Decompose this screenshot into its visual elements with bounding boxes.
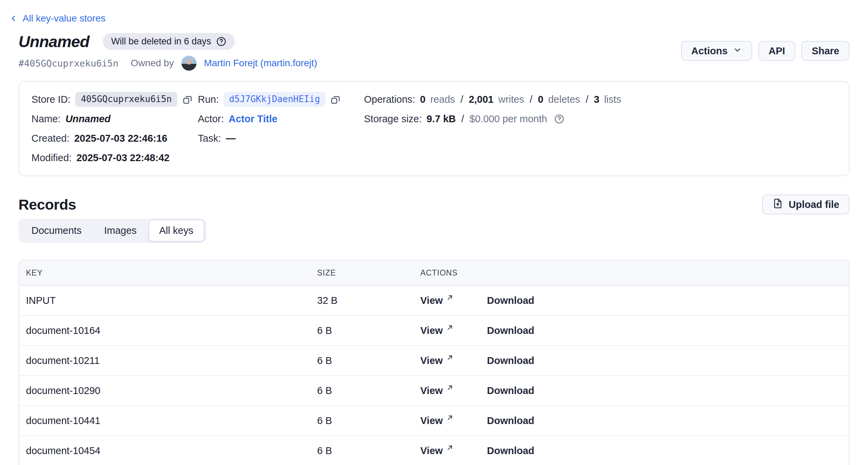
owner-link[interactable]: Martin Forejt (martin.forejt) xyxy=(204,58,317,69)
writes-label: writes xyxy=(498,94,524,105)
view-link[interactable]: View xyxy=(420,355,487,366)
record-key: document-10164 xyxy=(26,325,317,336)
record-key: document-10211 xyxy=(26,355,317,366)
header-buttons: Actions API Share xyxy=(681,41,850,61)
download-label: Download xyxy=(487,355,534,366)
column-header-size: SIZE xyxy=(317,268,420,278)
api-button[interactable]: API xyxy=(758,41,795,61)
view-link[interactable]: View xyxy=(420,415,487,426)
store-id-chip: 405GQcuprxeku6i5n xyxy=(75,92,177,107)
arrow-up-right-icon xyxy=(446,384,453,391)
actor-link[interactable]: Actor Title xyxy=(229,113,277,125)
column-header-actions: ACTIONS xyxy=(420,268,849,278)
download-link[interactable]: Download xyxy=(487,295,849,306)
badge-label: Will be deleted in 6 days xyxy=(111,36,211,47)
modified-value: 2025-07-03 22:48:42 xyxy=(77,152,169,164)
view-link[interactable]: View xyxy=(420,325,487,336)
operations-label: Operations: xyxy=(364,94,415,105)
tab-all-keys[interactable]: All keys xyxy=(148,220,204,242)
arrow-up-right-icon xyxy=(446,354,453,361)
arrow-up-right-icon xyxy=(446,324,453,331)
download-link[interactable]: Download xyxy=(487,355,849,366)
reads-value: 0 xyxy=(420,94,425,105)
view-label: View xyxy=(420,415,443,426)
view-link[interactable]: View xyxy=(420,445,487,456)
record-size: 6 B xyxy=(317,385,420,396)
task-label: Task: xyxy=(198,133,221,144)
api-button-label: API xyxy=(769,45,785,57)
task-value: — xyxy=(226,133,236,144)
actions-button[interactable]: Actions xyxy=(681,41,752,61)
table-row: document-10164 6 B View Download xyxy=(19,316,849,346)
tab-images[interactable]: Images xyxy=(93,221,148,241)
record-size: 6 B xyxy=(317,415,420,426)
created-value: 2025-07-03 22:46:16 xyxy=(74,133,167,144)
modified-label: Modified: xyxy=(31,152,72,164)
download-link[interactable]: Download xyxy=(487,325,849,336)
help-circle-icon[interactable] xyxy=(216,36,227,47)
table-row: document-10211 6 B View Download xyxy=(19,346,849,376)
store-id-label: Store ID: xyxy=(31,94,70,105)
view-label: View xyxy=(420,295,443,306)
download-link[interactable]: Download xyxy=(487,415,849,426)
column-header-key: KEY xyxy=(26,268,317,278)
actions-button-label: Actions xyxy=(691,45,728,57)
download-label: Download xyxy=(487,445,534,456)
view-label: View xyxy=(420,385,443,396)
operations-row: Operations: 0 reads / 2,001 writes / 0 d… xyxy=(364,92,837,107)
table-row: document-10441 6 B View Download xyxy=(19,406,849,436)
record-size: 32 B xyxy=(317,295,420,306)
help-circle-icon[interactable] xyxy=(554,114,565,124)
download-label: Download xyxy=(487,385,534,396)
writes-value: 2,001 xyxy=(469,94,494,105)
run-label: Run: xyxy=(198,94,219,105)
download-link[interactable]: Download xyxy=(487,445,849,456)
created-label: Created: xyxy=(31,133,69,144)
chevron-left-icon xyxy=(10,14,18,23)
view-link[interactable]: View xyxy=(420,295,487,306)
owned-by-label: Owned by xyxy=(131,58,174,69)
share-button[interactable]: Share xyxy=(801,41,850,61)
deletion-badge: Will be deleted in 6 days xyxy=(103,33,235,50)
download-link[interactable]: Download xyxy=(487,385,849,396)
records-tab-group: Documents Images All keys xyxy=(18,219,206,243)
storage-size: 9.7 kB xyxy=(426,113,456,125)
view-label: View xyxy=(420,355,443,366)
share-button-label: Share xyxy=(812,45,839,57)
copy-icon[interactable] xyxy=(330,94,341,105)
table-row: INPUT 32 B View Download xyxy=(19,286,849,316)
download-label: Download xyxy=(487,295,534,306)
table-row: document-10290 6 B View Download xyxy=(19,376,849,406)
record-key: document-10454 xyxy=(26,445,317,456)
tab-documents[interactable]: Documents xyxy=(21,221,93,241)
lists-label: lists xyxy=(604,94,621,105)
storage-row: Storage size: 9.7 kB / $0.000 per month xyxy=(364,111,837,126)
breadcrumb-label: All key-value stores xyxy=(23,13,106,24)
view-link[interactable]: View xyxy=(420,385,487,396)
record-key: document-10290 xyxy=(26,385,317,396)
arrow-up-right-icon xyxy=(446,294,453,301)
table-row: document-10454 6 B View Download xyxy=(19,436,849,465)
record-key: INPUT xyxy=(26,295,317,306)
table-header-row: KEY SIZE ACTIONS xyxy=(19,260,849,286)
view-label: View xyxy=(420,445,443,456)
download-label: Download xyxy=(487,415,534,426)
storage-label: Storage size: xyxy=(364,113,422,125)
upload-file-button[interactable]: Upload file xyxy=(762,195,850,214)
key-value-store-detail-page: All key-value stores Unnamed Will be del… xyxy=(0,0,868,465)
record-size: 6 B xyxy=(317,355,420,366)
run-id-chip[interactable]: d5J7GKkjDaenHEIig xyxy=(223,92,325,107)
store-info-card: Store ID: 405GQcuprxeku6i5n Name: Unname… xyxy=(18,81,850,176)
info-column-3: Operations: 0 reads / 2,001 writes / 0 d… xyxy=(364,92,837,126)
actor-label: Actor: xyxy=(198,113,224,125)
copy-icon[interactable] xyxy=(182,94,193,105)
header-left: Unnamed Will be deleted in 6 days #405GQ… xyxy=(18,32,317,71)
record-key: document-10441 xyxy=(26,415,317,426)
breadcrumb-back-link[interactable]: All key-value stores xyxy=(10,13,106,24)
store-hash: #405GQcuprxeku6i5n xyxy=(18,58,119,69)
owner-avatar xyxy=(181,56,196,71)
info-column-2: Run: d5J7GKkjDaenHEIig Actor: Actor Titl… xyxy=(198,92,364,146)
records-table: KEY SIZE ACTIONS INPUT 32 B View Downloa… xyxy=(18,260,850,465)
arrow-up-right-icon xyxy=(446,414,453,421)
info-column-1: Store ID: 405GQcuprxeku6i5n Name: Unname… xyxy=(31,92,198,165)
